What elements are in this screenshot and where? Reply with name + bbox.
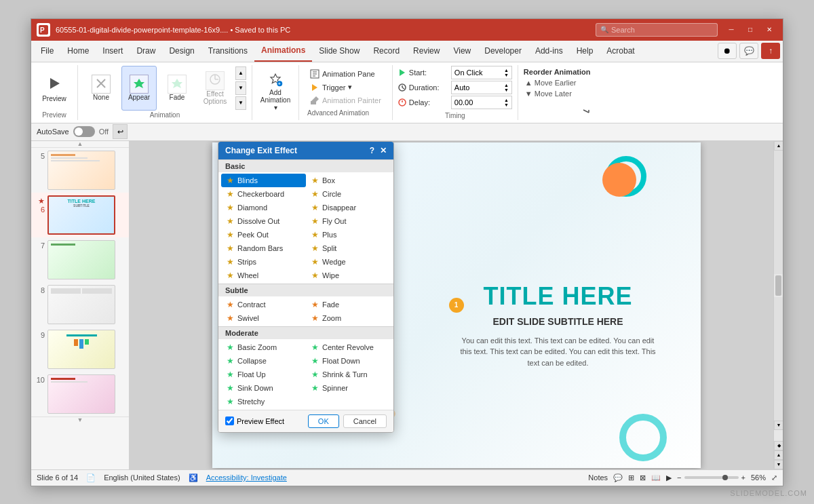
tab-review[interactable]: Review — [406, 41, 446, 62]
notes-button[interactable]: Notes — [588, 473, 608, 482]
effect-options-button[interactable]: Effect Options — [197, 66, 233, 111]
anim-scroll-expand[interactable]: ▼ — [235, 96, 246, 110]
tab-record[interactable]: Record — [366, 41, 406, 62]
tab-help[interactable]: Help — [570, 41, 600, 62]
effect-wheel[interactable]: ★ Wheel — [221, 269, 306, 282]
tab-file[interactable]: File — [34, 41, 60, 62]
effect-swivel[interactable]: ★ Swivel — [221, 311, 306, 325]
duration-dropdown[interactable]: Auto ▲▼ — [451, 81, 512, 94]
effect-wipe[interactable]: ★ Wipe — [306, 269, 391, 282]
tab-view[interactable]: View — [446, 41, 478, 62]
anim-scroll[interactable]: ▲ ▼ ▼ — [235, 66, 246, 111]
tab-animations[interactable]: Animations — [254, 41, 312, 62]
effect-random-bars[interactable]: ★ Random Bars — [221, 241, 306, 255]
tab-developer[interactable]: Developer — [478, 41, 528, 62]
zoom-slider[interactable] — [684, 476, 739, 479]
slide-item-5[interactable]: 5 — [31, 148, 129, 193]
animation-painter-button[interactable]: Animation Painter — [307, 94, 384, 106]
anim-fade[interactable]: Fade — [159, 66, 195, 111]
minimize-button[interactable]: ─ — [723, 24, 739, 36]
effect-basic-zoom[interactable]: ★ Basic Zoom — [221, 341, 306, 354]
effect-dissolve-out[interactable]: ★ Dissolve Out — [221, 214, 306, 228]
add-animation-button[interactable]: + Add Animation ▾ — [258, 69, 293, 114]
delay-input[interactable]: 00.00 ▲▼ — [451, 96, 512, 109]
preview-button[interactable]: Preview — [37, 66, 72, 111]
dialog-close-btn[interactable]: ✕ — [380, 146, 387, 155]
anim-scroll-up[interactable]: ▲ — [235, 66, 246, 80]
effect-checkerboard[interactable]: ★ Checkerboard — [221, 187, 306, 201]
effect-box[interactable]: ★ Box — [306, 174, 391, 187]
comments-button[interactable]: 💬 — [613, 473, 623, 482]
trigger-button[interactable]: Trigger ▾ — [307, 81, 384, 94]
effect-blinds[interactable]: ★ Blinds — [221, 174, 306, 187]
dialog-help-btn[interactable]: ? — [370, 146, 374, 155]
record-button[interactable]: ⏺ — [718, 43, 737, 59]
anim-appear[interactable]: Appear — [121, 66, 157, 111]
effect-peek-out[interactable]: ★ Peek Out — [221, 228, 306, 241]
slide-item-6[interactable]: ★6 TITLE HERE SUBTITLE — [31, 193, 129, 237]
effect-split[interactable]: ★ Split — [306, 241, 391, 255]
move-later-button[interactable]: ▼ Move Later — [524, 88, 591, 99]
timing-expand[interactable] — [524, 107, 591, 117]
view-normal[interactable]: ⊞ — [628, 473, 634, 482]
tab-insert[interactable]: Insert — [96, 41, 130, 62]
animation-pane-button[interactable]: Animation Pane — [307, 68, 384, 80]
tab-design[interactable]: Design — [162, 41, 201, 62]
effect-stretchy[interactable]: ★ Stretchy — [221, 395, 306, 408]
canvas-nav-btn3[interactable]: ▼ — [774, 460, 783, 469]
share-button[interactable]: ↑ — [761, 43, 780, 59]
canvas-scroll-down-btn[interactable]: ▼ — [774, 421, 783, 430]
view-presentation[interactable]: ▶ — [666, 473, 672, 482]
anim-scroll-down[interactable]: ▼ — [235, 81, 246, 95]
canvas-nav-btn2[interactable]: ▲ — [774, 450, 783, 460]
effect-spinner[interactable]: ★ Spinner — [306, 381, 391, 395]
dialog-ok-button[interactable]: OK — [308, 414, 339, 428]
effect-plus[interactable]: ★ Plus — [306, 228, 391, 241]
canvas-scroll-right[interactable]: ▲ ▼ ◆ ▲ ▼ — [773, 141, 783, 469]
effect-fade-subtle[interactable]: ★ Fade — [306, 298, 391, 311]
tab-transitions[interactable]: Transitions — [201, 41, 254, 62]
accessibility-label[interactable]: Accessibility: Investigate — [206, 473, 287, 482]
undo-button[interactable]: ↩ — [113, 124, 128, 139]
effect-collapse[interactable]: ★ Collapse — [221, 354, 306, 368]
zoom-in[interactable]: + — [741, 473, 745, 482]
maximize-button[interactable]: □ — [742, 24, 758, 36]
effect-wedge[interactable]: ★ Wedge — [306, 255, 391, 269]
effect-diamond[interactable]: ★ Diamond — [221, 201, 306, 214]
effect-fly-out[interactable]: ★ Fly Out — [306, 214, 391, 228]
preview-effect-check[interactable]: Preview Effect — [225, 416, 284, 425]
tab-slideshow[interactable]: Slide Show — [312, 41, 366, 62]
effect-sink-down[interactable]: ★ Sink Down — [221, 381, 306, 395]
fit-slide[interactable]: ⤢ — [771, 473, 777, 482]
zoom-out[interactable]: − — [677, 473, 681, 482]
effect-circle[interactable]: ★ Circle — [306, 187, 391, 201]
effect-shrink-turn[interactable]: ★ Shrink & Turn — [306, 368, 391, 381]
effect-float-down[interactable]: ★ Float Down — [306, 354, 391, 368]
effect-float-up[interactable]: ★ Float Up — [221, 368, 306, 381]
effect-strips[interactable]: ★ Strips — [221, 255, 306, 269]
canvas-nav-btn[interactable]: ◆ — [774, 441, 783, 450]
start-dropdown[interactable]: On Click ▲▼ — [451, 66, 512, 79]
comment-button[interactable]: 💬 — [739, 43, 758, 59]
dialog-cancel-button[interactable]: Cancel — [343, 414, 387, 428]
effect-zoom[interactable]: ★ Zoom — [306, 311, 391, 325]
slide-item-9[interactable]: 9 — [31, 327, 129, 372]
view-reading[interactable]: 📖 — [651, 473, 661, 482]
slide-item-8[interactable]: 8 — [31, 282, 129, 327]
close-button[interactable]: ✕ — [761, 24, 777, 36]
slide-item-7[interactable]: 7 — [31, 237, 129, 282]
tab-draw[interactable]: Draw — [130, 41, 162, 62]
autosave-toggle[interactable] — [73, 126, 95, 137]
tab-home[interactable]: Home — [60, 41, 96, 62]
effect-center-revolve[interactable]: ★ Center Revolve — [306, 341, 391, 354]
slide-panel-scroll-up[interactable]: ▲ — [77, 141, 83, 148]
effect-contract[interactable]: ★ Contract — [221, 298, 306, 311]
anim-none[interactable]: None — [83, 66, 119, 111]
move-earlier-button[interactable]: ▲ Move Earlier — [524, 77, 591, 88]
duration-arrows[interactable]: ▲▼ — [504, 83, 509, 92]
preview-checkbox[interactable] — [225, 416, 234, 425]
start-arrows[interactable]: ▲▼ — [504, 68, 509, 77]
slide-item-10[interactable]: 10 — [31, 372, 129, 416]
tab-addins[interactable]: Add-ins — [528, 41, 570, 62]
tab-acrobat[interactable]: Acrobat — [600, 41, 641, 62]
